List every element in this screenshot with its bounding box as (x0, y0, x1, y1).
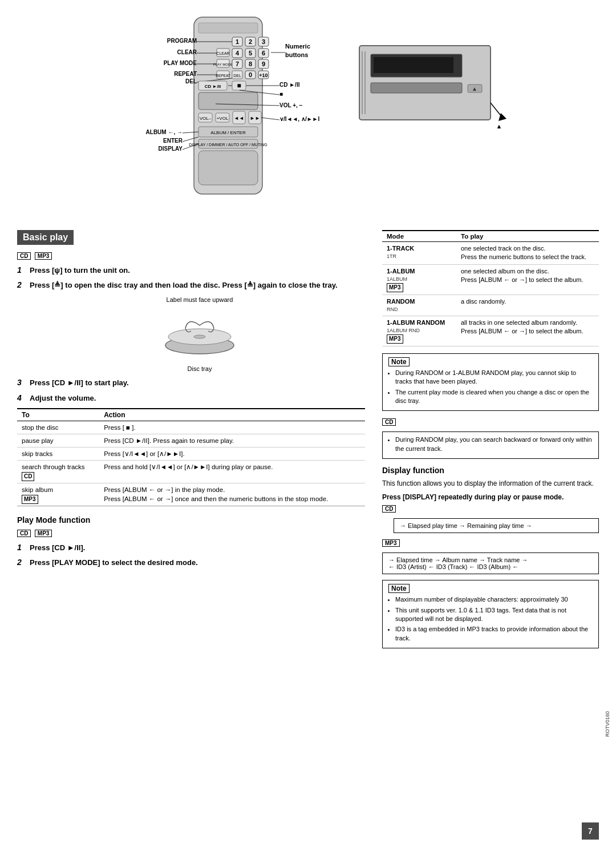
cd-player-svg: ▲ ▲ (354, 34, 513, 148)
svg-text:DISPLAY / DIMMER / AUTO OFF / : DISPLAY / DIMMER / AUTO OFF / MUTING (189, 143, 267, 147)
disc-tray-label: Disc tray (34, 365, 365, 372)
mode-1album: 1-ALBUM 1ALBUM MP3 (382, 264, 456, 295)
cd-display-chain: → Elapsed play time → Remaining play tim… (394, 518, 599, 533)
table-row: 1-ALBUM 1ALBUM MP3 one selected album on… (382, 264, 599, 295)
svg-text:0: 0 (249, 71, 252, 78)
note-item: The current play mode is cleared when yo… (395, 388, 593, 406)
svg-text:►►: ►► (250, 115, 260, 121)
svg-text:PLAY MODE: PLAY MODE (164, 60, 197, 66)
svg-text:2: 2 (249, 38, 252, 45)
step-4-text: Adjust the volume. (30, 393, 96, 404)
svg-text:9: 9 (262, 61, 265, 67)
remote-svg: 1 2 3 PROGRAM CLEAR 4 5 6 CLEAR (91, 11, 331, 217)
svg-rect-74 (198, 151, 258, 185)
step-1-num: 1 (17, 265, 26, 275)
svg-text:ENTER: ENTER (163, 138, 183, 144)
note-item: During RANDOM or 1-ALBUM RANDOM play, yo… (395, 369, 593, 386)
main-content: Basic play CD MP3 1 Press [ψ] to turn th… (17, 230, 599, 655)
table-row: skip album MP3 Press [ALBUM ← or →] in t… (17, 483, 365, 506)
note-label-1: Note (388, 357, 410, 366)
display-function-intro: This function allows you to display the … (382, 478, 599, 489)
mode-header: Mode (382, 231, 456, 242)
disc-tray-svg (154, 305, 245, 362)
play-mode-title: Play Mode function (17, 515, 365, 525)
play-random: a disc randomly. (456, 295, 599, 316)
action-search: Press and hold [∨/I◄◄] or [∧/►►I] during… (99, 461, 365, 483)
svg-rect-81 (371, 83, 462, 93)
table-row: 1-ALBUM RANDOM 1ALBUM RND MP3 all tracks… (382, 316, 599, 346)
mp3-display-chain: → Elapsed time → Album name → Track name… (382, 552, 599, 574)
page: 1 2 3 PROGRAM CLEAR 4 5 6 CLEAR (0, 0, 616, 851)
step-3: 3 Press [CD ►/II] to start play. (17, 378, 365, 388)
cd-badge-display: CD (382, 505, 396, 513)
step-1: 1 Press [ψ] to turn the unit on. (17, 265, 365, 276)
action-to-stop: stop the disc (17, 421, 99, 434)
cd-badge: CD (17, 252, 31, 260)
step-2-text: Press [≜] to open the disc tray and then… (30, 280, 338, 291)
mode-table: Mode To play 1-TRACK 1TR one selected tr… (382, 230, 599, 346)
step-2: 2 Press [≜] to open the disc tray and th… (17, 280, 365, 291)
svg-text:ALBUM / ENTER: ALBUM / ENTER (210, 130, 246, 135)
note-item-3c: ID3 is a tag embedded in MP3 tracks to p… (395, 625, 593, 643)
pm-step-2: 2 Press [PLAY MODE] to select the desire… (17, 558, 365, 568)
svg-text:CD ►/II: CD ►/II (279, 82, 300, 88)
svg-text:VOL +, –: VOL +, – (279, 102, 303, 108)
basic-play-section: Basic play CD MP3 1 Press [ψ] to turn th… (17, 230, 365, 506)
svg-text:■: ■ (279, 91, 283, 97)
action-to-skip: skip tracks (17, 447, 99, 460)
action-pause: Press [CD ►/II]. Press again to resume p… (99, 434, 365, 447)
action-to-skip-album: skip album MP3 (17, 483, 99, 506)
table-row: stop the disc Press [ ■ ]. (17, 421, 365, 434)
label-must-face-upward: Label must face upward (34, 296, 365, 303)
action-table: To Action stop the disc Press [ ■ ]. pau… (17, 408, 365, 506)
svg-point-91 (194, 335, 205, 338)
svg-text:8: 8 (249, 61, 252, 67)
note-box-1: Note During RANDOM or 1-ALBUM RANDOM pla… (382, 353, 599, 412)
rotation-code: ROTV0160 (605, 711, 610, 737)
pm-step-1: 1 Press [CD ►/II]. (17, 543, 365, 553)
action-skip: Press [∨/I◄◄] or [∧/►►I]. (99, 447, 365, 460)
cd-badge-search: CD (22, 472, 34, 481)
svg-text:7: 7 (236, 61, 239, 67)
svg-text:+VOL: +VOL (217, 116, 229, 121)
mp3-chain-2: ← ID3 (Artist) ← ID3 (Track) ← ID3 (Albu… (388, 563, 593, 570)
svg-text:ALBUM ←, →: ALBUM ←, → (146, 129, 183, 135)
mode-random: RANDOM RND (382, 295, 456, 316)
disc-tray-area: Label must face upward Disc tray (34, 296, 365, 372)
action-skip-album: Press [ALBUM ← or →] in the play mode.Pr… (99, 483, 365, 506)
svg-text:REPEAT: REPEAT (216, 74, 230, 78)
svg-text:+10: +10 (259, 72, 268, 78)
left-column: Basic play CD MP3 1 Press [ψ] to turn th… (17, 230, 365, 655)
pm-step-1-num: 1 (17, 543, 26, 552)
table-row: search through tracks CD Press and hold … (17, 461, 365, 483)
svg-text:buttons: buttons (285, 51, 308, 58)
mp3-chain-1: → Elapsed time → Album name → Track name… (388, 556, 593, 563)
svg-rect-51 (198, 92, 258, 110)
note-item-3b: This unit supports ver. 1.0 & 1.1 ID3 ta… (395, 606, 593, 624)
note-item-3a: Maximum number of displayable characters… (395, 595, 593, 604)
pm-step-2-num: 2 (17, 558, 26, 567)
mp3-badge-skip: MP3 (22, 495, 38, 504)
svg-text:CLEAR: CLEAR (177, 49, 197, 55)
svg-text:DEL: DEL (185, 78, 197, 84)
to-play-header: To play (456, 231, 599, 242)
svg-text:4: 4 (236, 50, 240, 57)
play-mode-badges: CD MP3 (17, 529, 365, 537)
step-4-num: 4 (17, 393, 26, 402)
basic-play-title: Basic play (17, 230, 74, 245)
svg-text:1: 1 (236, 38, 239, 45)
mp3-badge: MP3 (35, 252, 52, 260)
svg-text:5: 5 (249, 50, 252, 57)
play-mode-section: Play Mode function CD MP3 1 Press [CD ►/… (17, 515, 365, 568)
svg-text:CLEAR: CLEAR (216, 51, 229, 55)
cd-player-illustration: ▲ ▲ (354, 34, 525, 150)
mp3-badge-mode1: MP3 (387, 283, 403, 292)
svg-text:■: ■ (237, 82, 241, 90)
top-diagrams: 1 2 3 PROGRAM CLEAR 4 5 6 CLEAR (17, 11, 599, 219)
action-to-pause: pause play (17, 434, 99, 447)
svg-text:CD ►/II: CD ►/II (205, 84, 221, 89)
svg-text:PROGRAM: PROGRAM (167, 38, 197, 44)
display-instruction: Press [DISPLAY] repeatedly during play o… (382, 493, 599, 501)
svg-text:REPEAT: REPEAT (174, 71, 197, 77)
svg-text:∨/I◄◄, ∧/►►I: ∨/I◄◄, ∧/►►I (279, 116, 319, 122)
